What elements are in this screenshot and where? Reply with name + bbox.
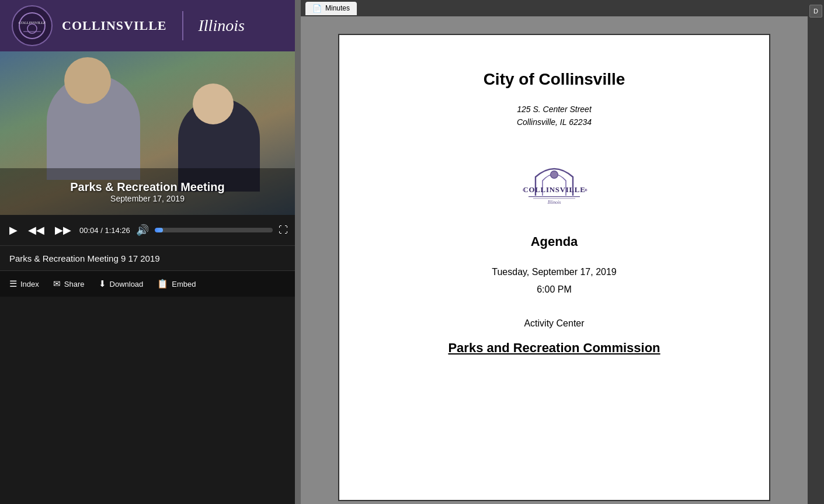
svg-text:✦: ✦ <box>583 186 588 193</box>
video-date: September 17, 2019 <box>0 194 295 203</box>
document-page: City of Collinsville 125 S. Center Stree… <box>338 34 770 501</box>
doc-commission: Parks and Recreation Commission <box>448 340 660 356</box>
index-label: Index <box>20 280 39 289</box>
svg-text:Illinois: Illinois <box>547 199 561 204</box>
download-label: Download <box>110 280 144 289</box>
title-bar: Parks & Recreation Meeting 9 17 2019 <box>0 245 295 271</box>
tab-minutes-label: Minutes <box>325 4 350 12</box>
svg-point-2 <box>27 24 37 33</box>
share-button[interactable]: ✉ Share <box>53 279 85 289</box>
address-line2: Collinsville, IL 62234 <box>517 116 592 128</box>
agenda-title: Agenda <box>531 234 578 249</box>
play-button[interactable]: ▶ <box>7 221 20 239</box>
video-title: Parks & Recreation Meeting <box>0 180 295 194</box>
edge-button[interactable]: D <box>809 5 822 18</box>
video-player[interactable]: Parks & Recreation Meeting September 17,… <box>0 51 295 215</box>
tab-bar: 📄 Minutes <box>301 0 808 16</box>
video-controls: ▶ ◀◀ ▶▶ 00:04 / 1:14:26 🔊 ⛶ <box>0 215 295 245</box>
header-bar: COLLINSVILLE COLLINSVILLE Illinois <box>0 0 295 51</box>
svg-point-4 <box>551 171 558 178</box>
doc-address: 125 S. Center Street Collinsville, IL 62… <box>517 103 592 129</box>
svg-text:✦: ✦ <box>521 186 526 193</box>
right-panel: 📄 Minutes City of Collinsville 125 S. Ce… <box>301 0 808 504</box>
tab-minutes[interactable]: 📄 Minutes <box>305 2 357 15</box>
person2-head <box>193 84 234 124</box>
svg-point-0 <box>19 13 45 39</box>
address-line1: 125 S. Center Street <box>517 103 592 116</box>
logo-text-container: COLLINSVILLE <box>62 18 167 33</box>
logo-emblem: COLLINSVILLE <box>18 11 47 40</box>
collinsville-logo: COLLINSVILLE ✦ ✦ Illinois <box>507 152 601 211</box>
document-icon: 📄 <box>312 4 322 13</box>
total-time: 1:14:26 <box>105 226 130 235</box>
document-scroll[interactable]: City of Collinsville 125 S. Center Stree… <box>301 16 808 504</box>
video-overlay: Parks & Recreation Meeting September 17,… <box>0 180 295 203</box>
logo-state: Illinois <box>199 16 245 35</box>
rewind-button[interactable]: ◀◀ <box>26 221 47 239</box>
share-label: Share <box>64 280 85 289</box>
progress-bar[interactable] <box>155 228 273 232</box>
right-edge-panel: D <box>808 0 824 504</box>
download-button[interactable]: ⬇ Download <box>99 279 144 289</box>
index-icon: ☰ <box>9 279 17 289</box>
logo-divider <box>182 11 183 40</box>
city-name: City of Collinsville <box>484 70 625 89</box>
bottom-toolbar: ☰ Index ✉ Share ⬇ Download 📋 Embed <box>0 271 295 297</box>
volume-icon: 🔊 <box>136 224 149 237</box>
meeting-title: Parks & Recreation Meeting 9 17 2019 <box>9 253 160 263</box>
index-button[interactable]: ☰ Index <box>9 279 39 289</box>
embed-button[interactable]: 📋 Embed <box>157 279 196 289</box>
person1-body <box>47 75 140 180</box>
share-icon: ✉ <box>53 279 61 289</box>
download-icon: ⬇ <box>99 279 106 289</box>
embed-label: Embed <box>172 280 196 289</box>
doc-time: 6:00 PM <box>537 284 572 295</box>
logo-circle: COLLINSVILLE <box>12 5 53 46</box>
left-panel: COLLINSVILLE COLLINSVILLE Illinois Parks <box>0 0 295 504</box>
panel-divider <box>295 0 301 504</box>
logo-city: COLLINSVILLE <box>62 18 167 33</box>
person1-head <box>64 57 111 104</box>
fullscreen-button[interactable]: ⛶ <box>279 225 288 235</box>
doc-location: Activity Center <box>524 318 584 329</box>
collinsville-logo-svg: COLLINSVILLE ✦ ✦ Illinois <box>507 152 601 211</box>
doc-date: Tuesday, September 17, 2019 <box>492 267 616 277</box>
current-time: 00:04 <box>79 226 99 235</box>
fast-forward-button[interactable]: ▶▶ <box>53 221 74 239</box>
svg-text:COLLINSVILLE: COLLINSVILLE <box>523 185 585 193</box>
progress-fill <box>155 228 163 232</box>
time-display: 00:04 / 1:14:26 <box>79 226 130 235</box>
embed-icon: 📋 <box>157 279 168 289</box>
svg-text:COLLINSVILLE: COLLINSVILLE <box>19 20 46 25</box>
